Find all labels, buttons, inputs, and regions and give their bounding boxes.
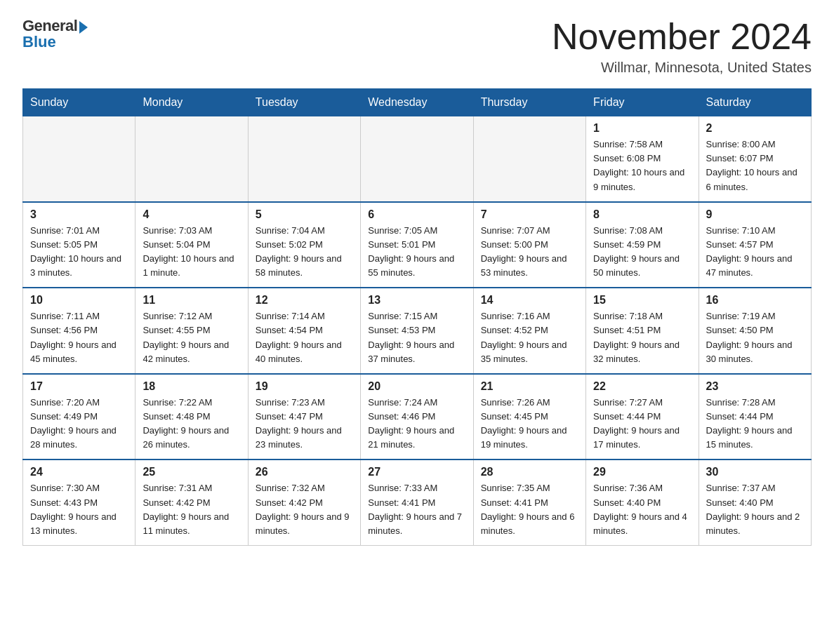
day-number: 23 [706, 380, 804, 393]
day-number: 12 [256, 294, 353, 307]
table-row: 29Sunrise: 7:36 AMSunset: 4:40 PMDayligh… [586, 459, 699, 545]
title-block: November 2024 Willmar, Minnesota, United… [552, 17, 812, 76]
day-number: 9 [706, 208, 804, 221]
day-number: 13 [368, 294, 465, 307]
day-number: 5 [256, 208, 353, 221]
day-info: Sunrise: 7:04 AMSunset: 5:02 PMDaylight:… [256, 224, 353, 281]
table-row: 3Sunrise: 7:01 AMSunset: 5:05 PMDaylight… [23, 202, 135, 288]
table-row: 12Sunrise: 7:14 AMSunset: 4:54 PMDayligh… [248, 288, 360, 374]
table-row: 13Sunrise: 7:15 AMSunset: 4:53 PMDayligh… [361, 288, 473, 374]
day-info: Sunrise: 7:35 AMSunset: 4:41 PMDaylight:… [481, 481, 578, 538]
table-row: 7Sunrise: 7:07 AMSunset: 5:00 PMDaylight… [473, 202, 585, 288]
day-number: 16 [706, 294, 804, 307]
day-info: Sunrise: 7:28 AMSunset: 4:44 PMDaylight:… [706, 396, 804, 452]
table-row: 6Sunrise: 7:05 AMSunset: 5:01 PMDaylight… [361, 202, 473, 288]
day-info: Sunrise: 7:36 AMSunset: 4:40 PMDaylight:… [593, 481, 691, 538]
day-number: 21 [481, 380, 578, 393]
col-sunday: Sunday [23, 89, 135, 116]
table-row [135, 116, 248, 202]
col-saturday: Saturday [699, 89, 811, 116]
calendar-header-row: Sunday Monday Tuesday Wednesday Thursday… [23, 89, 812, 116]
day-info: Sunrise: 7:16 AMSunset: 4:52 PMDaylight:… [481, 309, 578, 366]
day-number: 11 [143, 294, 240, 307]
day-info: Sunrise: 7:37 AMSunset: 4:40 PMDaylight:… [706, 481, 804, 538]
table-row: 10Sunrise: 7:11 AMSunset: 4:56 PMDayligh… [23, 288, 135, 374]
day-info: Sunrise: 7:19 AMSunset: 4:50 PMDaylight:… [706, 309, 804, 366]
day-info: Sunrise: 7:18 AMSunset: 4:51 PMDaylight:… [593, 309, 691, 366]
day-number: 27 [368, 466, 465, 478]
day-info: Sunrise: 7:11 AMSunset: 4:56 PMDaylight:… [30, 309, 128, 366]
day-info: Sunrise: 7:31 AMSunset: 4:42 PMDaylight:… [143, 481, 240, 538]
location-subtitle: Willmar, Minnesota, United States [552, 60, 812, 76]
table-row: 2Sunrise: 8:00 AMSunset: 6:07 PMDaylight… [699, 116, 811, 202]
calendar-table: Sunday Monday Tuesday Wednesday Thursday… [22, 88, 812, 546]
table-row: 23Sunrise: 7:28 AMSunset: 4:44 PMDayligh… [699, 374, 811, 460]
day-number: 24 [30, 466, 128, 478]
day-info: Sunrise: 7:03 AMSunset: 5:04 PMDaylight:… [143, 224, 240, 281]
day-info: Sunrise: 8:00 AMSunset: 6:07 PMDaylight:… [706, 137, 804, 194]
table-row: 24Sunrise: 7:30 AMSunset: 4:43 PMDayligh… [23, 459, 135, 545]
day-number: 15 [593, 294, 691, 307]
day-info: Sunrise: 7:27 AMSunset: 4:44 PMDaylight:… [593, 396, 691, 452]
table-row: 11Sunrise: 7:12 AMSunset: 4:55 PMDayligh… [135, 288, 248, 374]
day-number: 28 [481, 466, 578, 478]
table-row: 16Sunrise: 7:19 AMSunset: 4:50 PMDayligh… [699, 288, 811, 374]
table-row: 15Sunrise: 7:18 AMSunset: 4:51 PMDayligh… [586, 288, 699, 374]
day-number: 14 [481, 294, 578, 307]
day-number: 6 [368, 208, 465, 221]
day-info: Sunrise: 7:14 AMSunset: 4:54 PMDaylight:… [256, 309, 353, 366]
day-info: Sunrise: 7:22 AMSunset: 4:48 PMDaylight:… [143, 396, 240, 452]
col-friday: Friday [586, 89, 699, 116]
table-row: 9Sunrise: 7:10 AMSunset: 4:57 PMDaylight… [699, 202, 811, 288]
day-info: Sunrise: 7:30 AMSunset: 4:43 PMDaylight:… [30, 481, 128, 538]
day-info: Sunrise: 7:32 AMSunset: 4:42 PMDaylight:… [256, 481, 353, 538]
day-number: 17 [30, 380, 128, 393]
day-number: 4 [143, 208, 240, 221]
day-info: Sunrise: 7:10 AMSunset: 4:57 PMDaylight:… [706, 224, 804, 281]
table-row [361, 116, 473, 202]
table-row: 8Sunrise: 7:08 AMSunset: 4:59 PMDaylight… [586, 202, 699, 288]
day-info: Sunrise: 7:15 AMSunset: 4:53 PMDaylight:… [368, 309, 465, 366]
table-row: 5Sunrise: 7:04 AMSunset: 5:02 PMDaylight… [248, 202, 360, 288]
table-row: 25Sunrise: 7:31 AMSunset: 4:42 PMDayligh… [135, 459, 248, 545]
table-row [248, 116, 360, 202]
day-info: Sunrise: 7:58 AMSunset: 6:08 PMDaylight:… [593, 137, 691, 194]
day-number: 3 [30, 208, 128, 221]
day-number: 30 [706, 466, 804, 478]
logo-arrow-icon [79, 21, 88, 34]
table-row: 26Sunrise: 7:32 AMSunset: 4:42 PMDayligh… [248, 459, 360, 545]
page-header: General Blue November 2024 Willmar, Minn… [22, 17, 812, 76]
day-info: Sunrise: 7:24 AMSunset: 4:46 PMDaylight:… [368, 396, 465, 452]
day-info: Sunrise: 7:01 AMSunset: 5:05 PMDaylight:… [30, 224, 128, 281]
col-monday: Monday [135, 89, 248, 116]
day-info: Sunrise: 7:20 AMSunset: 4:49 PMDaylight:… [30, 396, 128, 452]
logo-general-text: General [22, 17, 77, 34]
day-info: Sunrise: 7:33 AMSunset: 4:41 PMDaylight:… [368, 481, 465, 538]
day-number: 19 [256, 380, 353, 393]
table-row: 4Sunrise: 7:03 AMSunset: 5:04 PMDaylight… [135, 202, 248, 288]
day-number: 8 [593, 208, 691, 221]
day-number: 2 [706, 122, 804, 135]
day-number: 20 [368, 380, 465, 393]
col-wednesday: Wednesday [361, 89, 473, 116]
table-row [473, 116, 585, 202]
table-row: 21Sunrise: 7:26 AMSunset: 4:45 PMDayligh… [473, 374, 585, 460]
col-tuesday: Tuesday [248, 89, 360, 116]
table-row: 30Sunrise: 7:37 AMSunset: 4:40 PMDayligh… [699, 459, 811, 545]
col-thursday: Thursday [473, 89, 585, 116]
table-row: 20Sunrise: 7:24 AMSunset: 4:46 PMDayligh… [361, 374, 473, 460]
day-info: Sunrise: 7:12 AMSunset: 4:55 PMDaylight:… [143, 309, 240, 366]
table-row [23, 116, 135, 202]
day-number: 1 [593, 122, 691, 135]
table-row: 18Sunrise: 7:22 AMSunset: 4:48 PMDayligh… [135, 374, 248, 460]
month-title: November 2024 [552, 17, 812, 57]
day-number: 10 [30, 294, 128, 307]
table-row: 27Sunrise: 7:33 AMSunset: 4:41 PMDayligh… [361, 459, 473, 545]
day-info: Sunrise: 7:08 AMSunset: 4:59 PMDaylight:… [593, 224, 691, 281]
day-info: Sunrise: 7:26 AMSunset: 4:45 PMDaylight:… [481, 396, 578, 452]
day-info: Sunrise: 7:05 AMSunset: 5:01 PMDaylight:… [368, 224, 465, 281]
table-row: 14Sunrise: 7:16 AMSunset: 4:52 PMDayligh… [473, 288, 585, 374]
table-row: 19Sunrise: 7:23 AMSunset: 4:47 PMDayligh… [248, 374, 360, 460]
table-row: 17Sunrise: 7:20 AMSunset: 4:49 PMDayligh… [23, 374, 135, 460]
day-number: 18 [143, 380, 240, 393]
